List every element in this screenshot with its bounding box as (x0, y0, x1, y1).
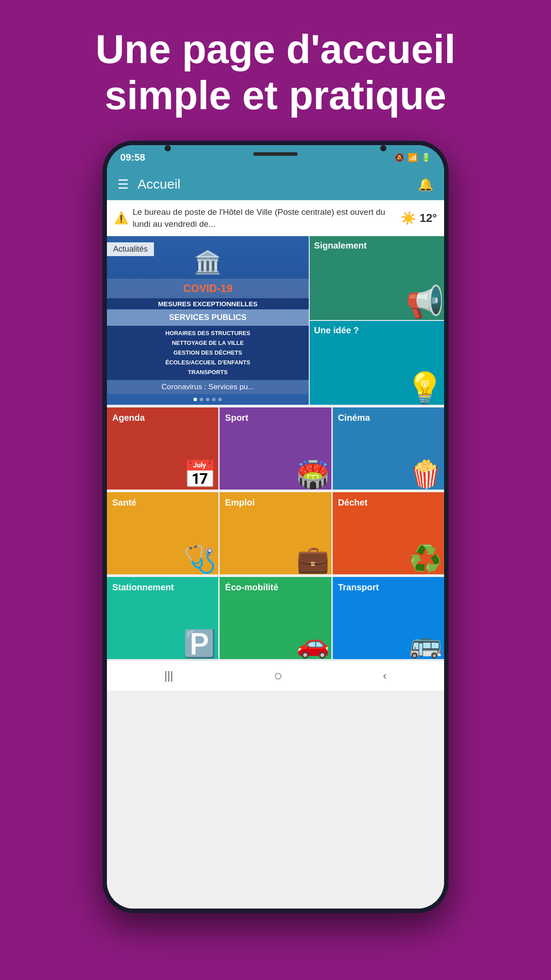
bell-icon[interactable]: 🔔 (418, 177, 433, 192)
status-time: 09:58 (120, 152, 145, 163)
transport-card[interactable]: Transport 🚌 (333, 577, 444, 659)
idee-card[interactable]: Une idée ? 💡 (310, 321, 444, 405)
agenda-label: Agenda (112, 413, 213, 423)
grid-row-1: Agenda 📅 Sport 🏟️ Cinéma 🍿 (107, 406, 444, 491)
banner-item-1: HORAIRES DES STRUCTURES (110, 328, 305, 338)
banner-caption: Coronavirus : Services pu... (107, 380, 309, 394)
transport-label: Transport (338, 582, 439, 593)
bottom-nav: ||| ○ ‹ (107, 660, 444, 691)
dot-2 (200, 398, 203, 401)
banner-item-4: ÉCOLES/ACCUEIL D'ENFANTS (110, 358, 305, 368)
camera-right (380, 145, 386, 151)
sante-label: Santé (112, 498, 213, 508)
stationnement-label: Stationnement (112, 582, 213, 593)
mute-icon: 🔕 (394, 153, 404, 162)
emploi-card[interactable]: Emploi 💼 (220, 492, 331, 574)
sante-card[interactable]: Santé 🩺 (107, 492, 218, 574)
status-icons: 🔕 📶 🔋 (394, 153, 431, 162)
home-button[interactable]: ○ (274, 668, 282, 684)
content-area: ⚠️ Le bureau de poste de l'Hôtel de Vill… (107, 200, 444, 909)
sante-icon: 🩺 (183, 546, 216, 573)
signalement-label: Signalement (314, 241, 440, 251)
banner-left[interactable]: Actualités 🏛️ COVID-19 MESURES EXCEPTION… (107, 236, 309, 405)
dechet-icon: ♻️ (409, 546, 442, 573)
back-button[interactable]: ‹ (383, 669, 387, 683)
signalement-card[interactable]: Signalement 📢 (310, 236, 444, 320)
phone-speaker (253, 152, 298, 156)
ecomobilite-card[interactable]: Éco-mobilité 🚗 (220, 577, 331, 659)
status-bar: 09:58 🔕 📶 🔋 (107, 145, 444, 168)
sport-label: Sport (225, 413, 326, 423)
parking-icon: 🅿️ (183, 631, 216, 657)
cinema-icon: 🍿 (409, 461, 442, 488)
megaphone-icon: 📢 (405, 284, 444, 320)
cinema-label: Cinéma (338, 413, 439, 423)
agenda-card[interactable]: Agenda 📅 (107, 407, 218, 490)
dot-5 (218, 398, 222, 401)
phone-screen: 09:58 🔕 📶 🔋 ☰ Accueil 🔔 (107, 145, 444, 909)
ecomobilite-label: Éco-mobilité (225, 582, 326, 593)
banner-section: Actualités 🏛️ COVID-19 MESURES EXCEPTION… (107, 236, 444, 405)
building-icon: 🏛️ (107, 249, 309, 275)
recent-apps-button[interactable]: ||| (164, 669, 173, 683)
page-header: Une page d'accueil simple et pratique (0, 0, 551, 136)
emploi-icon: 💼 (296, 546, 330, 573)
dechet-label: Déchet (338, 498, 439, 508)
banner-right: Signalement 📢 Une idée ? 💡 (310, 236, 444, 405)
notice-bar[interactable]: ⚠️ Le bureau de poste de l'Hôtel de Vill… (107, 200, 444, 236)
page-title: Une page d'accueil simple et pratique (35, 27, 516, 119)
wifi-icon: 📶 (408, 153, 417, 162)
covid-title: COVID-19 (107, 279, 309, 298)
sport-card[interactable]: Sport 🏟️ (220, 407, 331, 490)
hamburger-menu[interactable]: ☰ (118, 177, 129, 192)
banner-dots (107, 394, 309, 405)
banner-items: HORAIRES DES STRUCTURES NETTOYAGE DE LA … (107, 326, 309, 380)
emploi-label: Emploi (225, 498, 326, 508)
camera-left (165, 145, 171, 151)
banner-item-2: NETTOYAGE DE LA VILLE (110, 338, 305, 348)
stationnement-card[interactable]: Stationnement 🅿️ (107, 577, 218, 659)
sport-icon: 🏟️ (296, 461, 330, 488)
weather-temp: 12° (420, 211, 437, 225)
banner-item-3: GESTION DES DÉCHETS (110, 348, 305, 358)
dot-3 (206, 398, 209, 401)
grid-row-2: Santé 🩺 Emploi 💼 Déchet ♻️ (107, 491, 444, 576)
dechet-card[interactable]: Déchet ♻️ (333, 492, 444, 574)
page-background: Une page d'accueil simple et pratique 09… (0, 0, 551, 913)
idee-label: Une idée ? (314, 325, 440, 336)
sun-icon: ☀️ (401, 211, 416, 225)
agenda-icon: 📅 (183, 461, 216, 488)
battery-icon: 🔋 (421, 153, 431, 162)
phone-mockup: 09:58 🔕 📶 🔋 ☰ Accueil 🔔 (0, 136, 551, 913)
transport-icon: 🚌 (409, 631, 442, 657)
weather-box: ☀️ 12° (401, 211, 437, 225)
notice-text: Le bureau de poste de l'Hôtel de Ville (… (133, 206, 396, 230)
eco-icon: 🚗 (296, 631, 330, 657)
grid-row-3: Stationnement 🅿️ Éco-mobilité 🚗 Transpor… (107, 576, 444, 660)
top-bar-title: Accueil (138, 177, 418, 192)
bulb-icon: 💡 (405, 370, 444, 405)
phone-frame: 09:58 🔕 📶 🔋 ☰ Accueil 🔔 (102, 141, 449, 913)
services-block: SERVICES PUBLICS (107, 309, 309, 326)
banner-item-5: TRANSPORTS (110, 368, 305, 377)
cinema-card[interactable]: Cinéma 🍿 (333, 407, 444, 490)
warning-icon: ⚠️ (114, 211, 128, 225)
dot-1 (193, 398, 197, 401)
covid-sub: MESURES EXCEPTIONNELLES (107, 298, 309, 309)
dot-4 (212, 398, 216, 401)
top-bar: ☰ Accueil 🔔 (107, 168, 444, 200)
